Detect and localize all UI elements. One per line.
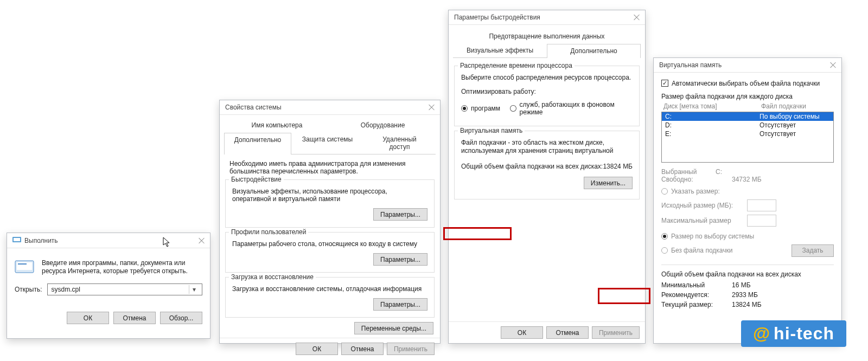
vm-desc: Файл подкачки - это область на жестком д… [461, 139, 633, 155]
tab-advanced[interactable]: Дополнительно [224, 133, 291, 154]
open-combobox[interactable]: sysdm.cpl ▾ [47, 283, 202, 295]
vm-total-label: Общий объем файла подкачки на всех диска… [461, 163, 603, 170]
cancel-button[interactable]: Отмена [546, 326, 589, 339]
min-label: Минимальный [661, 281, 732, 289]
radio-programs[interactable]: программ [461, 101, 500, 116]
selected-drive-label: Выбранный [661, 168, 716, 176]
list-item[interactable]: C: По выбору системы [662, 112, 833, 121]
highlight-performance-button [598, 288, 650, 304]
svg-rect-1 [14, 238, 20, 241]
list-item[interactable]: D: Отсутствует [662, 121, 833, 130]
run-titlebar: Выполнить [7, 233, 210, 248]
perfopts-title: Параметры быстродействия [454, 14, 540, 21]
cancel-button[interactable]: Отмена [341, 343, 384, 355]
change-button[interactable]: Изменить... [584, 177, 633, 189]
list-header-drive: Диск [метка тома] [663, 102, 761, 110]
vm-legend: Виртуальная память [458, 127, 525, 134]
profiles-legend: Профили пользователей [229, 228, 308, 236]
sysprops-title: Свойства системы [225, 104, 282, 111]
run-prompt: Введите имя программы, папки, документа … [42, 259, 201, 276]
run-icon [12, 236, 21, 244]
profiles-desc: Параметры рабочего стола, относящиеся ко… [232, 240, 427, 248]
tab-computer-name[interactable]: Имя компьютера [224, 118, 330, 132]
apply-button[interactable]: Применить [387, 343, 435, 355]
cpu-desc: Выберите способ распределения ресурсов п… [461, 74, 633, 81]
radio-no-paging-file[interactable]: Без файла подкачки [661, 247, 792, 254]
ok-button[interactable]: ОК [501, 326, 543, 339]
virtual-memory-group: Виртуальная память Файл подкачки - это о… [454, 131, 640, 199]
watermark-badge: @ hi-tech [741, 320, 846, 347]
performance-group: Быстродействие Визуальные эффекты, испол… [225, 179, 435, 228]
radio-services[interactable]: служб, работающих в фоновом режиме [510, 101, 633, 116]
startup-settings-button[interactable]: Параметры... [373, 298, 427, 311]
env-vars-button[interactable]: Переменные среды... [354, 322, 433, 334]
open-value: sysdm.cpl [51, 286, 189, 293]
rec-label: Рекомендуется: [661, 291, 732, 299]
cpu-legend: Распределение времени процессора [458, 62, 575, 69]
startup-legend: Загрузка и восстановление [229, 273, 316, 281]
startup-recovery-group: Загрузка и восстановление Загрузка и вос… [225, 277, 435, 318]
free-space-value: 34732 МБ [732, 176, 762, 183]
radio-custom-size[interactable]: Указать размер: [661, 188, 720, 195]
performance-desc: Визуальные эффекты, использование процес… [232, 188, 427, 203]
admin-note: Необходимо иметь права администратора дл… [220, 154, 440, 175]
optimize-label: Оптимизировать работу: [461, 88, 633, 95]
perfopts-titlebar: Параметры быстродействия [449, 10, 645, 25]
cpu-scheduling-group: Распределение времени процессора Выберит… [454, 66, 640, 126]
sysprops-titlebar: Свойства системы [220, 100, 440, 115]
radio-system-managed[interactable]: Размер по выбору системы [661, 233, 754, 240]
run-dialog: Выполнить Введите имя программы, папки, … [7, 233, 210, 339]
list-header-file: Файл подкачки [761, 102, 832, 110]
tab-visual-effects[interactable]: Визуальные эффекты [453, 43, 547, 57]
system-properties-dialog: Свойства системы Имя компьютера Оборудов… [219, 100, 441, 344]
cursor-icon [163, 237, 170, 248]
close-icon[interactable] [829, 61, 837, 69]
highlight-advanced-tab [443, 227, 512, 240]
per-drive-label: Размер файла подкачки для каждого диска [661, 93, 834, 100]
free-space-label: Свободно: [661, 176, 732, 183]
initial-size-label: Исходный размер (МБ): [661, 202, 747, 209]
close-icon[interactable] [198, 237, 206, 244]
tab-system-protection[interactable]: Защита системы [291, 132, 363, 154]
totals-heading: Общий объем файла подкачки на всех диска… [661, 270, 834, 278]
run-app-icon [15, 259, 34, 276]
tab-remote[interactable]: Удаленный доступ [363, 132, 436, 154]
performance-settings-button[interactable]: Параметры... [373, 208, 427, 221]
rec-value: 2933 МБ [732, 291, 758, 299]
virtual-memory-dialog: Виртуальная память ✓ Автоматически выбир… [653, 57, 842, 344]
max-size-label: Максимальный размер [661, 217, 747, 224]
min-value: 16 МБ [732, 281, 751, 289]
cancel-button[interactable]: Отмена [113, 312, 156, 324]
selected-drive-value: C: [716, 168, 722, 176]
vmem-title: Виртуальная память [659, 61, 722, 69]
vm-total-value: 13824 МБ [603, 163, 633, 170]
chevron-down-icon[interactable]: ▾ [189, 285, 199, 294]
max-size-input[interactable] [747, 215, 776, 227]
initial-size-input[interactable] [747, 199, 776, 211]
tab-hardware[interactable]: Оборудование [330, 118, 436, 132]
vmem-titlebar: Виртуальная память [654, 58, 841, 73]
run-title: Выполнить [24, 237, 58, 244]
startup-desc: Загрузка и восстановление системы, отлад… [232, 285, 427, 293]
open-label: Открыть: [15, 286, 42, 293]
set-button[interactable]: Задать [792, 244, 834, 257]
close-icon[interactable] [428, 104, 436, 111]
list-item[interactable]: E: Отсутствует [662, 130, 833, 138]
drives-listbox[interactable]: C: По выбору системы D: Отсутствует E: О… [661, 112, 834, 163]
ok-button[interactable]: ОК [67, 312, 109, 324]
performance-legend: Быстродействие [229, 176, 284, 183]
svg-rect-4 [18, 263, 27, 265]
user-profiles-group: Профили пользователей Параметры рабочего… [225, 232, 435, 273]
close-icon[interactable] [633, 14, 641, 21]
ok-button[interactable]: ОК [296, 343, 338, 355]
apply-button[interactable]: Применить [592, 326, 640, 339]
cur-value: 13824 МБ [732, 301, 762, 308]
tab-advanced[interactable]: Дополнительно [547, 44, 641, 58]
auto-manage-checkbox[interactable]: ✓ Автоматически выбирать объем файла под… [661, 80, 820, 87]
tab-dep[interactable]: Предотвращение выполнения данных [481, 29, 612, 43]
browse-button[interactable]: Обзор... [160, 312, 202, 324]
profiles-settings-button[interactable]: Параметры... [373, 253, 427, 266]
cur-label: Текущий размер: [661, 301, 732, 308]
